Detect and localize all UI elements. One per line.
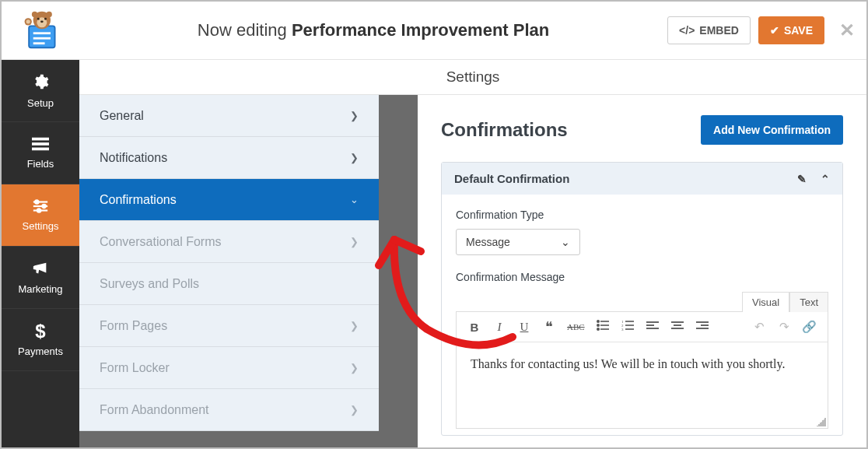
add-new-confirmation-button[interactable]: Add New Confirmation — [701, 115, 843, 145]
undo-icon[interactable]: ↶ — [752, 320, 766, 334]
page-title: Now editing Performance Improvement Plan — [79, 20, 667, 40]
nav-marketing[interactable]: Marketing — [2, 247, 79, 309]
submenu-general[interactable]: General ❯ — [79, 95, 379, 137]
nav-label: Marketing — [18, 283, 62, 295]
form-name: Performance Improvement Plan — [292, 20, 549, 40]
svg-point-12 — [26, 19, 30, 23]
submenu-conversational-forms[interactable]: Conversational Forms ❯ — [79, 221, 379, 263]
save-button[interactable]: ✔ SAVE — [758, 16, 824, 44]
svg-point-19 — [42, 204, 45, 207]
confirmation-type-select[interactable]: Message ⌄ — [456, 229, 580, 255]
embed-button[interactable]: </> EMBED — [667, 16, 751, 44]
chevron-right-icon: ❯ — [350, 152, 359, 163]
confirmations-panel: Confirmations Add New Confirmation Defau… — [418, 95, 866, 447]
panel-title: Confirmations — [441, 119, 568, 141]
code-icon: </> — [679, 24, 695, 37]
nav-label: Payments — [18, 346, 63, 357]
submenu-form-pages[interactable]: Form Pages ❯ — [79, 305, 379, 347]
bulleted-list-icon[interactable] — [596, 320, 610, 334]
svg-point-5 — [32, 12, 37, 17]
dollar-icon: $ — [35, 322, 45, 341]
submenu-label: Form Locker — [100, 361, 170, 375]
submenu-label: General — [100, 109, 144, 123]
bold-icon[interactable]: B — [467, 321, 481, 334]
chevron-down-icon: ⌄ — [350, 194, 359, 205]
editor-tab-text[interactable]: Text — [789, 292, 828, 312]
chevron-right-icon: ❯ — [350, 110, 359, 121]
collapse-icon[interactable]: ⌃ — [821, 173, 830, 185]
submenu-form-abandonment[interactable]: Form Abandonment ❯ — [79, 389, 379, 431]
type-label: Confirmation Type — [456, 209, 828, 221]
submenu-notifications[interactable]: Notifications ❯ — [79, 137, 379, 179]
list-icon — [32, 137, 49, 153]
chevron-right-icon: ❯ — [350, 320, 359, 331]
svg-point-6 — [46, 12, 51, 17]
submenu-label: Confirmations — [100, 193, 177, 207]
chevron-right-icon: ❯ — [350, 404, 359, 416]
sliders-icon — [32, 199, 49, 216]
wpforms-logo — [2, 2, 79, 59]
editor-tab-visual[interactable]: Visual — [742, 292, 789, 312]
nav-label: Setup — [27, 97, 54, 109]
svg-rect-14 — [32, 142, 49, 146]
nav-label: Fields — [27, 158, 54, 170]
svg-point-17 — [35, 200, 38, 203]
message-textarea[interactable]: Thanks for contacting us! We will be in … — [457, 342, 828, 428]
chevron-right-icon: ❯ — [350, 236, 359, 247]
italic-icon[interactable]: I — [492, 321, 506, 334]
quote-icon[interactable]: ❝ — [542, 318, 556, 335]
select-value: Message — [466, 236, 510, 248]
numbered-list-icon[interactable]: 123 — [621, 320, 635, 334]
svg-point-21 — [37, 209, 40, 212]
submenu-label: Conversational Forms — [100, 235, 222, 249]
save-label: SAVE — [784, 24, 813, 37]
left-nav: Setup Fields Settings Marketing — [2, 60, 79, 447]
bullhorn-icon — [32, 261, 49, 279]
align-center-icon[interactable] — [670, 321, 684, 334]
check-icon: ✔ — [770, 24, 779, 37]
svg-point-22 — [597, 321, 598, 322]
nav-setup[interactable]: Setup — [2, 60, 79, 122]
submenu-label: Form Abandonment — [100, 403, 209, 417]
strikethrough-icon[interactable]: ABC — [567, 322, 585, 331]
settings-header: Settings — [79, 60, 866, 95]
confirmation-card: Default Confirmation ✎ ⌃ Confirmation Ty… — [441, 162, 843, 436]
svg-point-26 — [597, 328, 598, 330]
redo-icon[interactable]: ↷ — [777, 320, 791, 334]
card-title: Default Confirmation — [454, 172, 569, 185]
message-label: Confirmation Message — [456, 271, 828, 283]
nav-fields[interactable]: Fields — [2, 122, 79, 184]
nav-payments[interactable]: $ Payments — [2, 309, 79, 371]
align-right-icon[interactable] — [695, 321, 709, 334]
edit-icon[interactable]: ✎ — [797, 173, 807, 185]
link-icon[interactable]: 🔗 — [802, 320, 817, 334]
submenu-label: Notifications — [100, 151, 167, 165]
resize-grip[interactable] — [817, 417, 826, 426]
gear-icon — [32, 73, 49, 93]
svg-point-9 — [44, 18, 47, 20]
submenu-label: Form Pages — [100, 319, 167, 333]
nav-label: Settings — [23, 220, 59, 232]
embed-label: EMBED — [699, 24, 739, 37]
align-left-icon[interactable] — [646, 321, 660, 334]
svg-rect-13 — [32, 137, 49, 140]
svg-text:3: 3 — [621, 328, 624, 331]
svg-point-8 — [37, 18, 40, 20]
editor-toolbar: B I U ❝ ABC — [457, 312, 828, 342]
nav-settings[interactable]: Settings — [2, 184, 79, 247]
message-editor: B I U ❝ ABC — [456, 311, 828, 429]
chevron-right-icon: ❯ — [350, 362, 359, 374]
submenu-form-locker[interactable]: Form Locker ❯ — [79, 347, 379, 389]
submenu-label: Surveys and Polls — [100, 277, 199, 291]
close-button[interactable]: ✕ — [832, 19, 856, 41]
message-content: Thanks for contacting us! We will be in … — [471, 357, 785, 370]
submenu-confirmations[interactable]: Confirmations ⌄ — [79, 179, 379, 221]
svg-rect-15 — [32, 147, 49, 150]
svg-point-24 — [597, 324, 598, 326]
editing-prefix: Now editing — [198, 20, 292, 40]
underline-icon[interactable]: U — [517, 321, 531, 334]
svg-point-10 — [40, 21, 44, 23]
chevron-down-icon: ⌄ — [561, 236, 570, 248]
settings-submenu: General ❯ Notifications ❯ Confirmations … — [79, 95, 379, 447]
submenu-surveys-polls[interactable]: Surveys and Polls — [79, 263, 379, 305]
